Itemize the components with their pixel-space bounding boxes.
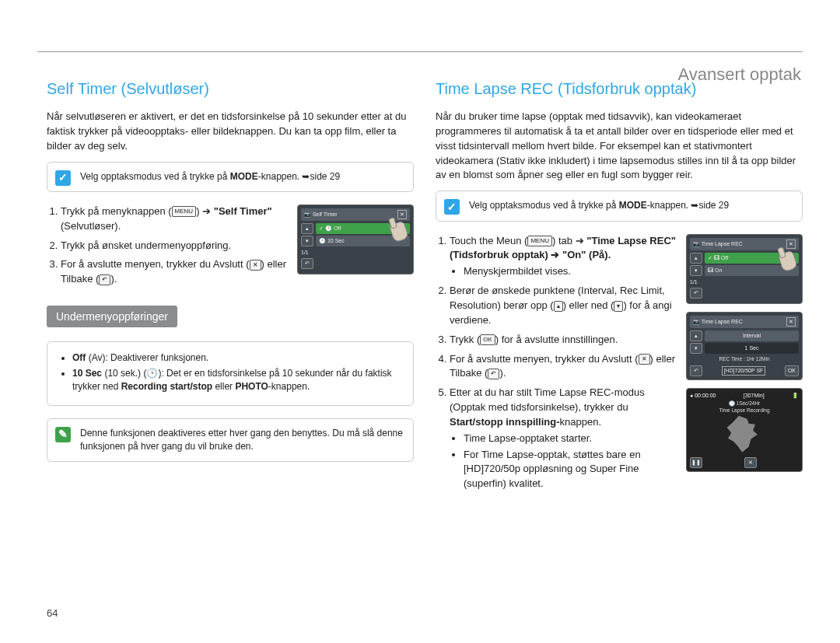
resolution-badge: [HD]720/50P SF [722, 366, 766, 376]
mode-button-label: MODE [619, 200, 647, 211]
close-icon: ✕ [250, 260, 261, 271]
menu-button-icon: MENU [172, 206, 197, 217]
ok-button-icon: OK [480, 334, 495, 345]
interval-label: Interval [705, 330, 799, 341]
back-icon: ↶ [690, 365, 702, 376]
lcd-time-lapse-settings: 📷 Time Lapse REC✕ ▴Interval ▾1 Sec REC T… [686, 312, 803, 380]
finger-touch-icon [387, 219, 410, 243]
step-4: For å avslutte menyen, trykker du Avslut… [450, 352, 677, 382]
ok-button: OK [785, 365, 799, 376]
lcd-page: 1/1 [301, 249, 309, 257]
step-5-note2: For Time Lapse-opptak, støttes bare en [… [464, 448, 677, 492]
up-icon: ▴ [690, 330, 702, 341]
page-number: 64 [47, 606, 58, 621]
self-timer-steps: Trykk på menyknappen (MENU) ➔ "Self Time… [47, 204, 288, 292]
step-1-note: Menyskjermbildet vises. [464, 264, 677, 279]
interval-value: 1 Sec [705, 343, 799, 354]
mode-button-label: MODE [230, 171, 258, 182]
up-icon: ▴ [301, 223, 313, 234]
silhouette-icon [717, 416, 772, 455]
step-1: Touch the Meun (MENU) tab ➔ "Time Lapse … [450, 234, 677, 280]
step-3: Trykk (OK) for å avslutte innstillingen. [450, 333, 677, 348]
recording-mode-label: Time Lapse Recording [690, 407, 799, 414]
lcd-stack: 📷 Time Lapse REC✕ ▴✓ 🎞 Off ▾🎞 On 1/1 ↶ 📷… [686, 234, 803, 480]
lcd-page: 1/1 [690, 278, 698, 286]
lcd-close-icon: ✕ [786, 239, 796, 249]
horizontal-rule [37, 51, 803, 52]
step-2: Trykk på ønsket undermenyoppføring. [61, 239, 288, 253]
note-select-mode: ✓ Velg opptaksmodus ved å trykke på MODE… [47, 162, 414, 192]
remaining-time: [307Min] [744, 392, 765, 400]
time-lapse-intro: Når du bruker time lapse (opptak med tid… [436, 110, 803, 183]
back-icon: ↶ [301, 258, 313, 269]
note-text: Velg opptaksmodus ved å trykke på [469, 200, 619, 211]
time-lapse-steps: Touch the Meun (MENU) tab ➔ "Time Lapse … [436, 234, 677, 497]
step-1: Trykk på menyknappen (MENU) ➔ "Self Time… [61, 204, 288, 234]
note-tail: -knappen. ➥side 29 [258, 171, 340, 182]
lcd-close-icon: ✕ [397, 210, 407, 219]
note-text: Denne funksjonen deaktiveres etter hver … [80, 428, 403, 452]
note-tail: -knappen. ➥side 29 [647, 200, 729, 211]
up-icon: ▴ [690, 253, 702, 264]
menu-button-icon: MENU [527, 236, 552, 246]
clock-icon: 🕒 [729, 400, 735, 406]
option-off-desc: Off (Av): Deaktiverer funksjonen. [72, 351, 404, 365]
submenu-box: Off (Av): Deaktiverer funksjonen. 10 Sec… [47, 341, 414, 405]
left-column: Self Timer (Selvutløser) Når selvutløser… [47, 78, 414, 505]
self-timer-intro: Når selvutløseren er aktivert, er det en… [47, 110, 414, 154]
submenu-header: Undermenyoppføringer [47, 306, 177, 327]
option-10sec-desc: 10 Sec (10 sek.) (🕒): Det er en tidsfors… [72, 367, 404, 394]
lcd-time-lapse-menu: 📷 Time Lapse REC✕ ▴✓ 🎞 Off ▾🎞 On 1/1 ↶ [686, 234, 803, 304]
close-icon: ✕ [639, 354, 650, 365]
lcd-time-lapse-recording: ● 00:00:00 [307Min] 🔋 🕒 1Sec/24Hr Time L… [686, 388, 803, 472]
rec-time-label: REC Time : 1Hr 12Min [690, 355, 799, 362]
back-icon: ↶ [488, 369, 499, 379]
chapter-title: Avansert opptak [677, 62, 801, 87]
battery-icon: 🔋 [792, 392, 799, 400]
step-5-note1: Time Lapse-opptaket starter. [464, 432, 677, 446]
up-icon: ▴ [554, 301, 563, 312]
check-icon: ✓ [55, 170, 71, 186]
back-icon: ↶ [99, 274, 110, 285]
lcd-self-timer: 📷 Self Timer✕ ▴✓ 🕒 Off ▾🕒 10 Sec 1/1 ↶ [297, 204, 414, 282]
rec-timecode: 00:00:00 [695, 393, 716, 398]
section-heading-self-timer: Self Timer (Selvutløser) [47, 78, 414, 100]
lcd-close-icon: ✕ [786, 317, 796, 327]
pause-icon: ❚❚ [690, 457, 702, 468]
step-5: Etter at du har stilt Time Lapse REC-mod… [450, 386, 677, 491]
down-icon: ▾ [690, 343, 702, 354]
close-icon: ✕ [744, 457, 757, 468]
finger-touch-icon [775, 249, 799, 272]
back-icon: ↶ [690, 288, 702, 299]
note-text: Velg opptaksmodus ved å trykke på [80, 171, 230, 182]
note-select-mode: ✓ Velg opptaksmodus ved å trykke på MODE… [436, 190, 803, 221]
down-icon: ▾ [614, 301, 623, 312]
step-3: For å avslutte menyen, trykker du Avslut… [61, 257, 288, 287]
interval-indicator: 1Sec/24Hr [737, 400, 761, 406]
note-deactivate: ✎ Denne funksjonen deaktiveres etter hve… [47, 418, 414, 463]
down-icon: ▾ [301, 236, 313, 246]
info-icon: ✎ [55, 427, 71, 442]
check-icon: ✓ [444, 199, 460, 215]
step-2: Berør de ønskede punktene (Interval, Rec… [450, 284, 677, 328]
down-icon: ▾ [690, 265, 702, 276]
right-column: Time Lapse REC (Tidsforbruk opptak) Når … [436, 78, 803, 505]
